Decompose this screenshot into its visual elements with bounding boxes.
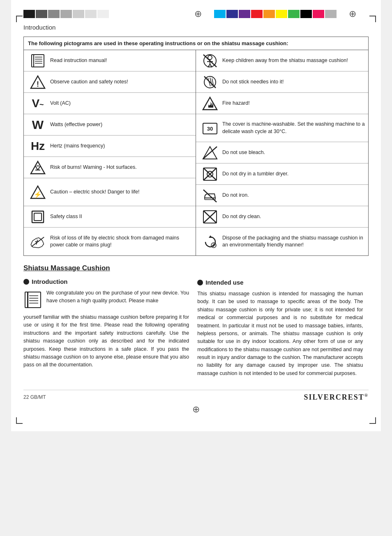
page-footer: 22 GB/MT SilverCrest® — [23, 390, 369, 402]
page-heading: Introduction — [23, 24, 369, 32]
damage-icon — [27, 234, 48, 249]
pictogram-table: The following pictograms are used in the… — [23, 37, 369, 256]
intro-book-icon — [23, 291, 43, 310]
watt-icon: W — [27, 118, 48, 132]
fire-icon — [199, 96, 221, 111]
corner-mark-tl — [16, 16, 23, 22]
table-row: Read instruction manual! — [24, 50, 196, 71]
table-row: Do not dry clean. — [196, 206, 368, 228]
row-text: Do not dry in a tumbler dryer. — [221, 170, 365, 178]
intended-body: This shiatsu massage cushion is intended… — [197, 290, 363, 377]
svg-marker-44 — [209, 235, 212, 238]
row-text: Observe caution and safety notes! — [48, 78, 192, 86]
table-row: Do not iron. — [196, 185, 368, 206]
svg-line-34 — [203, 147, 217, 159]
row-text: Do not iron. — [221, 192, 365, 199]
color-bar-left — [23, 10, 109, 18]
noiron-icon — [199, 188, 221, 203]
row-text: Keep children away from the shiatsu mass… — [221, 57, 365, 64]
book-icon — [27, 53, 48, 68]
svg-marker-30 — [203, 97, 217, 110]
svg-line-10 — [38, 166, 40, 170]
table-row: Risk of loss of life by electric shock f… — [24, 228, 196, 255]
svg-rect-16 — [34, 213, 42, 221]
row-text: Watts (effective power) — [48, 121, 192, 129]
table-row: Do not dry in a tumbler dryer. — [196, 163, 368, 185]
main-sections: Shiatsu Massage Cushion Introduction — [23, 264, 369, 377]
table-row: ! Observe caution and safety notes! — [24, 71, 196, 93]
table-row: W Watts (effective power) — [24, 114, 196, 136]
svg-text:!: ! — [37, 80, 39, 88]
svg-text:30: 30 — [207, 126, 213, 132]
svg-text:⚡: ⚡ — [34, 191, 42, 198]
crosshair-right: ⊕ — [349, 9, 356, 19]
intro-icon-row: We congratulate you on the purchase of y… — [23, 289, 189, 310]
table-header: The following pictograms are used in the… — [24, 37, 368, 50]
top-bar: ⊕ ⊕ — [23, 8, 369, 20]
row-text: Do not stick needles into it! — [221, 78, 365, 86]
table-row: V~ Volt (AC) — [24, 93, 196, 114]
bullet-intended — [197, 280, 203, 285]
section-right: Intended use This shiatsu massage cushio… — [197, 264, 363, 377]
table-row: Dispose of the packaging and the shiatsu… — [196, 228, 368, 255]
nodryer-icon — [199, 167, 221, 182]
intro-body: yourself familiar with the shiatsu massa… — [23, 313, 189, 369]
crosshair-left: ⊕ — [194, 9, 202, 19]
table-col-right: Keep children away from the shiatsu mass… — [196, 50, 368, 255]
page-number: 22 GB/MT — [23, 394, 46, 400]
nodry-icon — [199, 209, 221, 224]
section-left: Shiatsu Massage Cushion Introduction — [23, 264, 189, 377]
svg-rect-49 — [27, 292, 28, 308]
row-text: Read instruction manual! — [48, 57, 192, 64]
table-row: Do not use bleach. — [196, 142, 368, 163]
brand-logo: SilverCrest® — [304, 393, 369, 402]
table-row: Do not stick needles into it! — [196, 71, 368, 93]
volt-icon: V~ — [27, 97, 48, 110]
bullet-intro — [23, 279, 29, 285]
color-bar-right — [214, 10, 337, 18]
table-row: ⚡ Caution – electric shock! Danger to li… — [24, 178, 196, 206]
table-row: 30 The cover is machine-washable. Set th… — [196, 114, 368, 142]
corner-mark-tr — [369, 16, 376, 22]
svg-rect-1 — [33, 55, 34, 67]
children-icon — [199, 53, 221, 68]
svg-line-9 — [35, 166, 38, 170]
row-text: Dispose of the packaging and the shiatsu… — [221, 235, 365, 249]
row-text: Safety class II — [48, 213, 192, 221]
row-text: Volt (AC) — [48, 100, 192, 107]
nobleach-icon — [199, 145, 221, 160]
table-row: Safety class II — [24, 206, 196, 228]
table-row: Keep children away from the shiatsu mass… — [196, 50, 368, 71]
row-text: Risk of loss of life by electric shock f… — [48, 235, 192, 249]
row-text: Risk of burns! Warning - Hot surfaces. — [48, 164, 192, 171]
hz-icon: Hz — [27, 140, 48, 153]
table-body: Read instruction manual! ! Observe cauti… — [24, 50, 368, 255]
wash30-icon: 30 — [199, 121, 221, 136]
product-title: Shiatsu Massage Cushion — [23, 264, 189, 272]
corner-mark-bl — [16, 417, 23, 424]
row-text: Fire hazard! — [221, 100, 365, 107]
bottom-crosshair-row: ⊕ — [23, 404, 369, 415]
row-text: Do not dry clean. — [221, 213, 365, 221]
page-container: ⊕ ⊕ Introduction The following pictogram… — [11, 0, 381, 431]
table-col-left: Read instruction manual! ! Observe cauti… — [24, 50, 196, 255]
safety2-icon — [27, 209, 48, 224]
corner-mark-br — [369, 417, 376, 424]
elec-icon: ⚡ — [27, 185, 48, 200]
table-row: Risk of burns! Warning - Hot surfaces. — [24, 157, 196, 178]
table-row: Hz Hertz (mains frequency) — [24, 136, 196, 157]
crosshair-bottom: ⊕ — [192, 404, 200, 414]
svg-line-17 — [32, 237, 44, 246]
intro-body-start: We congratulate you on the purchase of y… — [46, 289, 189, 305]
intended-heading: Intended use — [197, 279, 363, 286]
svg-marker-8 — [31, 161, 45, 174]
burns-icon — [27, 160, 48, 175]
intro-heading: Introduction — [23, 278, 189, 285]
row-text: Hertz (mains frequency) — [48, 143, 192, 150]
row-text: The cover is machine-washable. Set the w… — [221, 121, 365, 135]
row-text: Do not use bleach. — [221, 149, 365, 156]
row-text: Caution – electric shock! Danger to life… — [48, 189, 192, 196]
needles-icon — [199, 75, 221, 90]
dispose-icon — [199, 234, 221, 249]
caution-icon: ! — [27, 75, 48, 90]
